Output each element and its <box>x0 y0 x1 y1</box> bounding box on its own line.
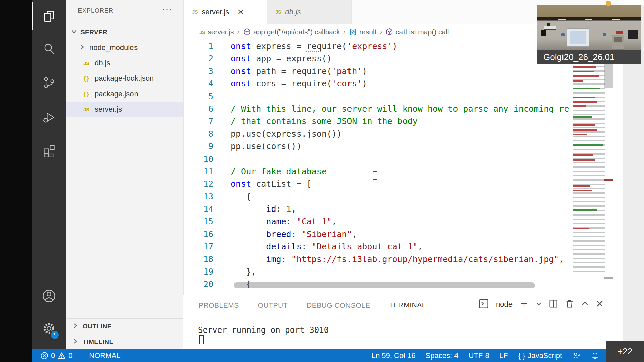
eol-sequence[interactable]: LF <box>499 351 508 360</box>
line-number: 3 <box>184 65 213 77</box>
section-outline[interactable]: OUTLINE <box>66 318 183 334</box>
js-file-icon: JS <box>192 9 198 15</box>
tab-terminal[interactable]: TERMINAL <box>388 297 427 312</box>
tab-problems[interactable]: PROBLEMS <box>198 297 240 312</box>
warning-count: 0 <box>68 351 72 360</box>
item-label: package-lock.json <box>95 74 154 83</box>
workspace-root-server[interactable]: SERVER <box>66 24 183 40</box>
indentation[interactable]: Spaces: 4 <box>426 351 459 360</box>
split-terminal-icon[interactable] <box>549 299 558 310</box>
mouse-cursor-ibeam <box>373 171 377 180</box>
kill-terminal-icon[interactable] <box>565 299 574 310</box>
minimap-mark <box>573 144 603 146</box>
line-number: 10 <box>184 153 213 165</box>
search-icon[interactable] <box>32 37 66 61</box>
minimap-mark <box>573 185 590 187</box>
account-icon[interactable] <box>32 284 66 308</box>
line-number: 12 <box>184 178 213 190</box>
tab-debug-console[interactable]: DEBUG CONSOLE <box>306 297 371 312</box>
maximize-panel-icon[interactable] <box>581 300 589 309</box>
close-panel-icon[interactable] <box>596 300 604 309</box>
bottom-panel: PROBLEMS OUTPUT DEBUG CONSOLE TERMINAL n… <box>183 295 623 349</box>
encoding[interactable]: UTF-8 <box>468 351 489 360</box>
minimap-mark <box>573 124 595 126</box>
projection-screen <box>567 28 589 47</box>
notifications-bell-icon[interactable] <box>591 352 599 360</box>
indent-guide <box>247 193 247 265</box>
breadcrumb-symbol-map-call[interactable]: catList.map() call <box>386 28 449 36</box>
line-number: 5 <box>184 90 213 103</box>
explorer-title: EXPLORER <box>78 7 113 14</box>
code-line: onst path = require('path') <box>231 65 569 77</box>
tab-output[interactable]: OUTPUT <box>257 297 288 312</box>
code-line: breed: "Siberian", <box>231 228 569 240</box>
line-number: 7 <box>184 115 213 127</box>
section-label: OUTLINE <box>83 323 112 330</box>
minimap-mark <box>573 101 597 103</box>
language-mode[interactable]: { } JavaScript <box>518 351 562 360</box>
terminal-dropdown-icon[interactable] <box>535 300 542 308</box>
line-number: 11 <box>184 165 213 178</box>
status-bar-right: Ln 59, Col 16 Spaces: 4 UTF-8 LF { } Jav… <box>372 351 599 360</box>
line-number: 6 <box>184 103 213 115</box>
tree-item-server-js[interactable]: JS server.js <box>66 102 183 117</box>
code-editor[interactable]: 1234567891011121314151617181920 onst exp… <box>184 40 571 291</box>
warning-icon <box>58 352 66 360</box>
code-line: id: 1, <box>231 203 569 215</box>
terminal-output: Server running on port 3010 <box>198 325 329 335</box>
minimap-mark <box>573 209 597 211</box>
source-control-icon[interactable] <box>32 71 66 95</box>
new-terminal-icon[interactable] <box>519 299 529 310</box>
shell-label[interactable]: node <box>496 300 513 309</box>
code-line: onst cors = require('cors') <box>231 77 569 90</box>
sync-clock-icon <box>51 331 59 339</box>
settings-gear-icon[interactable] <box>32 316 66 341</box>
breadcrumb-file[interactable]: JS server.js <box>199 28 234 36</box>
more-actions-icon[interactable]: ··· <box>162 3 173 14</box>
line-number: 17 <box>184 240 213 253</box>
feedback-icon[interactable] <box>572 351 581 360</box>
line-number: 15 <box>184 215 213 228</box>
terminal-cursor[interactable] <box>199 335 204 344</box>
item-label: node_modules <box>89 43 138 52</box>
ceiling-light <box>558 19 566 20</box>
extensions-icon[interactable] <box>32 138 66 163</box>
horizontal-scrollbar[interactable] <box>234 282 535 288</box>
error-count: 0 <box>51 351 55 360</box>
tab-db-js[interactable]: JS db.js <box>267 0 352 24</box>
camera-overlay[interactable]: Golgi20_26_26.01 <box>537 5 641 64</box>
status-bar: 0 0 -- NORMAL -- Ln 59, Col 16 Spaces: 4… <box>32 349 606 362</box>
minimap-mark <box>573 75 599 77</box>
minimap-mark <box>573 190 592 191</box>
corner-counter-badge: +22 <box>606 341 644 362</box>
run-debug-icon[interactable] <box>32 106 66 130</box>
tab-server-js[interactable]: JS server.js × <box>184 0 267 24</box>
line-number: 9 <box>184 140 213 153</box>
tree-item-package-lock-json[interactable]: { } package-lock.json <box>66 71 183 86</box>
breadcrumb: JS server.js › app.get("/api/cats") call… <box>184 24 570 40</box>
line-number: 14 <box>184 203 213 215</box>
chevron-right-icon <box>72 323 78 330</box>
terminal-shell-icon[interactable] <box>479 299 489 310</box>
cursor-position[interactable]: Ln 59, Col 16 <box>372 351 416 360</box>
line-number: 18 <box>184 253 213 265</box>
tree-item-node-modules[interactable]: node_modules <box>66 40 183 55</box>
code-line: / that contains some JSON in the body <box>231 115 569 127</box>
minimap-mark <box>573 154 593 156</box>
minimap-mark <box>573 66 596 68</box>
minimap-slider[interactable] <box>604 62 613 88</box>
chevron-right-icon <box>72 338 78 346</box>
problems-status[interactable]: 0 0 <box>40 351 73 360</box>
tree-item-package-json[interactable]: { } package.json <box>66 86 183 102</box>
minimap-mark <box>573 80 583 82</box>
section-timeline[interactable]: TIMELINE <box>66 334 183 349</box>
vim-mode-indicator[interactable]: -- NORMAL -- <box>82 351 127 360</box>
breadcrumb-symbol-callback[interactable]: app.get("/api/cats") callback <box>243 28 340 36</box>
close-tab-icon[interactable]: × <box>238 7 243 17</box>
js-file-icon: JS <box>275 9 281 15</box>
tree-item-db-js[interactable]: JS db.js <box>66 55 183 71</box>
explorer-icon[interactable] <box>32 4 66 28</box>
code-line: { <box>231 190 569 203</box>
minimap-mark <box>573 116 592 118</box>
breadcrumb-symbol-result[interactable]: result <box>349 28 376 36</box>
